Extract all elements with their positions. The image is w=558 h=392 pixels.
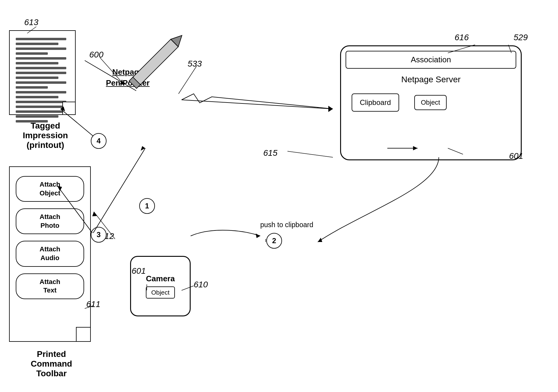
svg-marker-28	[92, 212, 97, 216]
ref-610: 610	[194, 280, 208, 289]
svg-marker-6	[328, 106, 333, 112]
attach-text-btn[interactable]: AttachText	[16, 273, 84, 299]
ref-611: 611	[86, 299, 100, 309]
svg-marker-16	[318, 238, 322, 242]
attach-photo-btn[interactable]: AttachPhoto	[16, 208, 84, 234]
netpage-server-box: Association Netpage Server Clipboard Obj…	[340, 45, 522, 160]
step-4-label: 4	[97, 137, 100, 145]
tagged-impression-label: Tagged Impression (printout)	[6, 121, 85, 150]
push-to-clipboard-label: push to clipboard	[260, 221, 313, 229]
step-3-label: 3	[97, 230, 100, 239]
tagged-impression-doc	[9, 30, 76, 115]
step-2-label: 2	[272, 237, 276, 245]
netpage-pen-label: Netpage Pen/Pointer	[106, 67, 149, 89]
ref-601-bot: 601	[132, 266, 146, 276]
toolbar-doc: AttachObject AttachPhoto AttachAudio Att…	[9, 166, 91, 342]
svg-line-4	[182, 100, 333, 109]
camera-box: Camera Object	[130, 256, 191, 316]
attach-audio-btn[interactable]: AttachAudio	[16, 241, 84, 266]
ref-533: 533	[188, 59, 202, 69]
attach-object-btn[interactable]: AttachObject	[16, 176, 84, 202]
step-1-circle: 1	[139, 198, 155, 214]
svg-marker-10	[141, 146, 145, 151]
netpage-server-title: Netpage Server	[346, 75, 516, 84]
svg-marker-1	[171, 32, 185, 47]
svg-marker-5	[328, 106, 333, 112]
server-object-label: Object	[421, 99, 440, 106]
svg-marker-13	[256, 234, 260, 238]
ref-615: 615	[263, 148, 277, 158]
camera-object-inner: Object	[146, 286, 175, 299]
ref-613: 613	[24, 18, 38, 27]
association-bar: Association	[346, 51, 516, 69]
ref-616: 616	[455, 33, 469, 42]
step-4-circle: 4	[91, 133, 107, 149]
ref-529: 529	[514, 33, 528, 42]
ref-601-top: 601	[509, 151, 523, 161]
association-label: Association	[411, 55, 451, 64]
server-object-box: Object	[414, 95, 447, 110]
server-bottom-row: Clipboard Object	[346, 93, 516, 112]
svg-line-24	[179, 66, 197, 94]
ref-600: 600	[89, 50, 103, 60]
step-1-label: 1	[145, 202, 149, 210]
svg-line-9	[93, 148, 145, 233]
step-2-circle: 2	[266, 233, 282, 249]
camera-label: Camera	[146, 274, 175, 283]
clipboard-label: Clipboard	[360, 98, 391, 106]
toolbar-label: Printed Command Toolbar	[6, 349, 97, 378]
step-3-circle: 3	[91, 227, 107, 243]
svg-line-17	[287, 151, 333, 157]
clipboard-box: Clipboard	[352, 93, 399, 112]
